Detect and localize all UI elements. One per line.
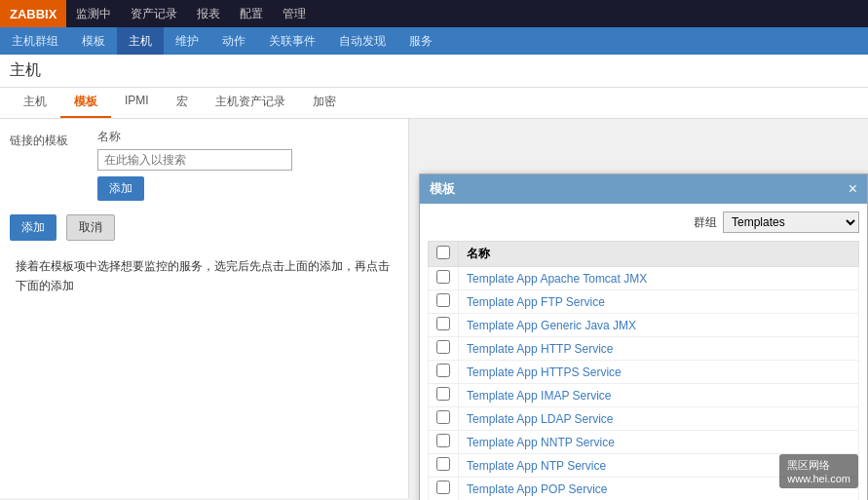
nav-config[interactable]: 配置 — [230, 0, 273, 27]
template-link-7[interactable]: Template App NNTP Service — [467, 436, 615, 449]
page-title: 主机 — [10, 61, 41, 78]
linked-templates-label: 链接的模板 — [10, 129, 97, 149]
name-label: 名称 — [97, 129, 292, 145]
tab-macro[interactable]: 宏 — [163, 88, 202, 118]
row-checkbox-cell — [429, 384, 459, 407]
row-checkbox-cell — [429, 431, 459, 454]
tab-bar: 主机 模板 IPMI 宏 主机资产记录 加密 — [0, 88, 868, 119]
row-checkbox-5[interactable] — [436, 387, 450, 401]
row-checkbox-cell — [429, 314, 459, 337]
row-checkbox-1[interactable] — [436, 293, 450, 307]
template-link-8[interactable]: Template App NTP Service — [467, 459, 606, 473]
row-name-cell: Template App HTTPS Service — [459, 361, 859, 384]
sec-nav-maintenance[interactable]: 维护 — [164, 27, 210, 55]
row-checkbox-cell — [429, 361, 459, 384]
form-add-button[interactable]: 添加 — [10, 214, 57, 241]
sec-nav-hosts[interactable]: 主机 — [117, 27, 164, 55]
row-checkbox-9[interactable] — [436, 481, 450, 494]
nav-admin[interactable]: 管理 — [273, 0, 316, 27]
table-row: Template App HTTP Service — [429, 337, 859, 361]
search-area — [97, 149, 292, 171]
tab-encrypt[interactable]: 加密 — [299, 88, 350, 118]
filter-group-select[interactable]: Templates — [723, 212, 859, 233]
th-checkbox — [429, 242, 459, 267]
linked-templates-content: 名称 添加 — [97, 129, 292, 209]
sec-nav-services[interactable]: 服务 — [397, 27, 444, 55]
sec-nav-discovery[interactable]: 自动发现 — [327, 27, 397, 55]
row-checkbox-7[interactable] — [436, 434, 450, 447]
row-checkbox-4[interactable] — [436, 364, 450, 377]
modal-header: 模板 × — [420, 174, 867, 204]
row-name-cell: Template App LDAP Service — [459, 407, 859, 431]
table-header-row: 名称 — [429, 242, 859, 267]
instruction-text: 接着在模板项中选择想要监控的服务，选完后先点击上面的添加，再点击下面的添加 — [10, 250, 398, 302]
top-nav-items: 监测中 资产记录 报表 配置 管理 — [66, 0, 316, 27]
row-name-cell: Template App IMAP Service — [459, 384, 859, 407]
row-checkbox-3[interactable] — [436, 340, 450, 354]
page-title-bar: 主机 — [0, 55, 868, 88]
row-checkbox-6[interactable] — [436, 410, 450, 424]
row-checkbox-cell — [429, 478, 459, 501]
th-name: 名称 — [459, 242, 859, 267]
table-row: Template App Apache Tomcat JMX — [429, 267, 859, 290]
sec-nav-templates[interactable]: 模板 — [70, 27, 117, 55]
template-link-1[interactable]: Template App FTP Service — [467, 295, 605, 309]
tab-template[interactable]: 模板 — [60, 88, 111, 118]
form-cancel-button[interactable]: 取消 — [66, 214, 115, 241]
modal-close-button[interactable]: × — [849, 181, 857, 197]
template-search-input[interactable] — [97, 149, 292, 171]
add-button-area: 添加 — [97, 176, 292, 201]
row-checkbox-cell — [429, 267, 459, 290]
sec-nav: 主机群组 模板 主机 维护 动作 关联事件 自动发现 服务 — [0, 27, 868, 55]
select-all-checkbox[interactable] — [436, 246, 450, 259]
sec-nav-actions[interactable]: 动作 — [210, 27, 257, 55]
watermark: 黑区网络 www.hei.com — [779, 454, 858, 488]
left-panel: 链接的模板 名称 添加 添加 取消 接着在模板项中选择想要监控的服务，选完后先点… — [0, 119, 409, 498]
row-name-cell: Template App NNTP Service — [459, 431, 859, 454]
modal-filter: 群组 Templates — [428, 212, 859, 233]
watermark-subtext: www.hei.com — [787, 473, 850, 484]
sec-nav-hostgroups[interactable]: 主机群组 — [0, 27, 70, 55]
linked-templates-row: 链接的模板 名称 添加 — [10, 129, 398, 209]
table-row: Template App IMAP Service — [429, 384, 859, 407]
app-logo: ZABBIX — [0, 0, 66, 27]
nav-monitor[interactable]: 监测中 — [66, 0, 121, 27]
template-modal: 模板 × 群组 Templates 名称 — [419, 173, 868, 500]
modal-title: 模板 — [430, 180, 455, 198]
table-row: Template App LDAP Service — [429, 407, 859, 431]
table-row: Template App NNTP Service — [429, 431, 859, 454]
row-name-cell: Template App FTP Service — [459, 290, 859, 314]
template-link-4[interactable]: Template App HTTPS Service — [467, 365, 622, 379]
table-row: Template App FTP Service — [429, 290, 859, 314]
template-link-9[interactable]: Template App POP Service — [467, 482, 608, 496]
table-row: Template App Generic Java JMX — [429, 314, 859, 337]
row-checkbox-cell — [429, 454, 459, 478]
template-link-3[interactable]: Template App HTTP Service — [467, 342, 614, 356]
sec-nav-events[interactable]: 关联事件 — [257, 27, 327, 55]
row-name-cell: Template App Generic Java JMX — [459, 314, 859, 337]
search-add-button[interactable]: 添加 — [97, 176, 144, 201]
row-checkbox-cell — [429, 337, 459, 361]
row-name-cell: Template App Apache Tomcat JMX — [459, 267, 859, 290]
row-name-cell: Template App HTTP Service — [459, 337, 859, 361]
nav-reports[interactable]: 报表 — [187, 0, 230, 27]
row-checkbox-8[interactable] — [436, 457, 450, 471]
table-row: Template App HTTPS Service — [429, 361, 859, 384]
template-link-2[interactable]: Template App Generic Java JMX — [467, 319, 636, 332]
tab-asset[interactable]: 主机资产记录 — [202, 88, 299, 118]
form-buttons: 添加 取消 — [10, 214, 398, 241]
tab-ipmi[interactable]: IPMI — [111, 88, 163, 118]
row-checkbox-2[interactable] — [436, 317, 450, 330]
row-checkbox-cell — [429, 290, 459, 314]
nav-assets[interactable]: 资产记录 — [121, 0, 187, 27]
watermark-text: 黑区网络 — [787, 458, 850, 473]
top-nav: ZABBIX 监测中 资产记录 报表 配置 管理 — [0, 0, 868, 27]
tab-host[interactable]: 主机 — [10, 88, 60, 118]
template-link-5[interactable]: Template App IMAP Service — [467, 389, 612, 403]
template-link-0[interactable]: Template App Apache Tomcat JMX — [467, 272, 647, 286]
filter-label: 群组 — [694, 214, 717, 231]
template-link-6[interactable]: Template App LDAP Service — [467, 412, 614, 426]
row-checkbox-0[interactable] — [436, 270, 450, 284]
row-checkbox-cell — [429, 407, 459, 431]
main-content: 链接的模板 名称 添加 添加 取消 接着在模板项中选择想要监控的服务，选完后先点… — [0, 119, 868, 498]
